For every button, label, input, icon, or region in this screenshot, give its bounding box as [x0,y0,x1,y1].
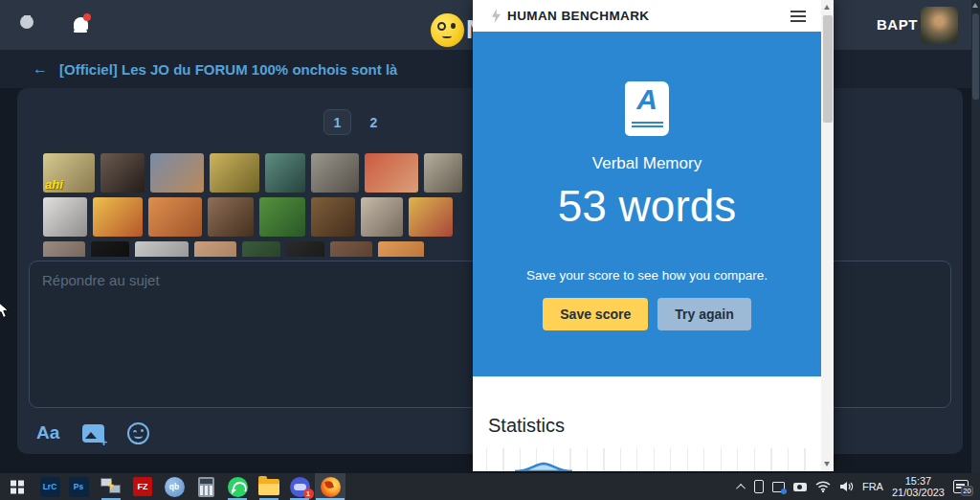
hb-brand-title[interactable]: HUMAN BENCHMARK [507,9,650,23]
emote-tile[interactable] [424,153,462,193]
emote-tile[interactable] [43,197,87,237]
clock[interactable]: 15:37 21/03/2023 [892,475,945,498]
emote-row [43,241,476,257]
emote-tile[interactable] [210,153,259,193]
try-again-button[interactable]: Try again [657,298,750,330]
page-scroll-up-icon[interactable] [972,3,978,8]
topic-title-text[interactable]: [Officiel] Les JO du FORUM 100% onchois … [59,61,397,78]
taskbar-whatsapp[interactable] [222,473,253,500]
emote-row: ahi [43,153,476,193]
notification-dot [83,13,91,21]
emote-tile[interactable] [194,241,236,257]
lightroom-icon: LrC [40,477,60,497]
insert-image-button[interactable] [82,424,104,443]
emote-label: ahi [45,177,63,192]
taskbar-game-app[interactable]: 1 [284,473,315,500]
emote-tile[interactable] [208,197,254,237]
photoshop-icon: Ps [69,477,89,497]
emote-tile[interactable] [330,241,372,257]
taskbar-photoshop[interactable]: Ps [63,473,94,500]
topic-title: ← [Officiel] Les JO du FORUM 100% onchoi… [33,60,397,78]
theme-toggle-bulb-icon[interactable] [19,14,34,35]
windows-taskbar: LrC Ps FZ qb 1 [0,473,980,500]
back-arrow-icon[interactable]: ← [33,60,48,78]
pagination-page-1[interactable]: 1 [323,109,351,135]
taskbar-remote-desktop[interactable] [96,473,126,500]
page-scroll-thumb[interactable] [972,13,979,100]
action-center-badge: 20 [961,486,973,496]
emote-tile[interactable] [259,197,305,237]
system-tray: FRA 15:37 21/03/2023 20 [739,473,969,500]
screen-share-icon[interactable] [772,482,785,492]
game-controller-icon: 1 [290,477,310,497]
emote-tile[interactable] [91,241,129,257]
emote-picker-grid: ahi [43,153,476,257]
emote-tile[interactable] [135,241,189,257]
folder-icon [258,479,279,495]
emote-tile[interactable] [286,241,324,257]
taskbar-filezilla[interactable]: FZ [127,473,158,500]
statistics-chart [486,448,808,471]
mouse-cursor [0,300,10,319]
distribution-curve [486,448,808,471]
speaker-icon[interactable] [839,481,854,492]
avatar[interactable] [921,7,958,44]
reply-toolbar: Aa [36,420,149,446]
emote-tile[interactable] [311,153,359,193]
notifications-bell-icon[interactable] [71,14,90,35]
emote-tile[interactable] [311,197,355,237]
emote-tile[interactable] [148,197,202,237]
hb-scroll-up-icon[interactable] [824,5,830,10]
remote-desktop-icon [100,477,122,496]
text-format-button[interactable]: Aa [36,422,59,443]
hb-scroll-thumb[interactable] [823,15,833,123]
action-center-icon[interactable]: 20 [953,480,969,493]
tray-chevron-up-icon[interactable] [736,483,746,492]
emote-tile[interactable] [265,153,305,193]
score-subtitle: Save your score to see how you compare. [526,268,768,283]
insert-smiley-button[interactable] [127,422,149,444]
windows-logo-icon [11,481,24,494]
emote-tile[interactable]: ahi [43,153,95,193]
hb-scrollbar[interactable] [821,0,834,471]
save-score-button[interactable]: Save score [543,298,648,330]
emote-tile[interactable] [378,241,424,257]
bolt-icon [492,9,501,23]
clock-date: 21/03/2023 [892,487,945,498]
score-value: 53 words [558,180,737,232]
taskbar-qbittorrent[interactable]: qb [159,473,189,500]
verbal-memory-book-icon: A [625,81,669,136]
pagination-page-2[interactable]: 2 [360,109,388,135]
phone-link-icon[interactable] [754,480,764,493]
emote-tile[interactable] [93,197,143,237]
whatsapp-icon [228,477,248,497]
filezilla-icon: FZ [133,477,152,496]
taskbar-lightroom[interactable]: LrC [34,473,65,500]
hb-result-hero: A Verbal Memory 53 words Save your score… [473,32,821,376]
test-name: Verbal Memory [592,154,702,173]
human-benchmark-window: HUMAN BENCHMARK A Verbal Memory 53 words… [473,0,834,471]
taskbar-calculator[interactable] [190,473,221,500]
emote-tile[interactable] [43,241,85,257]
firefox-icon [321,477,341,497]
calculator-icon [198,477,214,497]
game-notification-badge: 1 [303,489,314,499]
language-indicator[interactable]: FRA [862,481,883,492]
hb-scroll-down-icon[interactable] [824,462,830,466]
reply-placeholder: Répondre au sujet [42,272,160,288]
hamburger-menu-icon[interactable] [791,11,806,22]
start-button[interactable] [2,473,33,500]
camera-icon[interactable] [793,483,807,491]
username-label[interactable]: BAPT [877,16,918,33]
emote-tile[interactable] [361,197,403,237]
smiley-logo-icon [431,13,464,47]
emote-tile[interactable] [242,241,280,257]
taskbar-firefox[interactable] [315,473,345,500]
emote-tile[interactable] [365,153,418,193]
emote-tile[interactable] [150,153,204,193]
emote-tile[interactable] [409,197,453,237]
emote-tile[interactable] [100,153,145,193]
wifi-icon[interactable] [815,481,831,492]
taskbar-file-explorer[interactable] [254,473,284,500]
page-scrollbar[interactable] [971,0,980,473]
